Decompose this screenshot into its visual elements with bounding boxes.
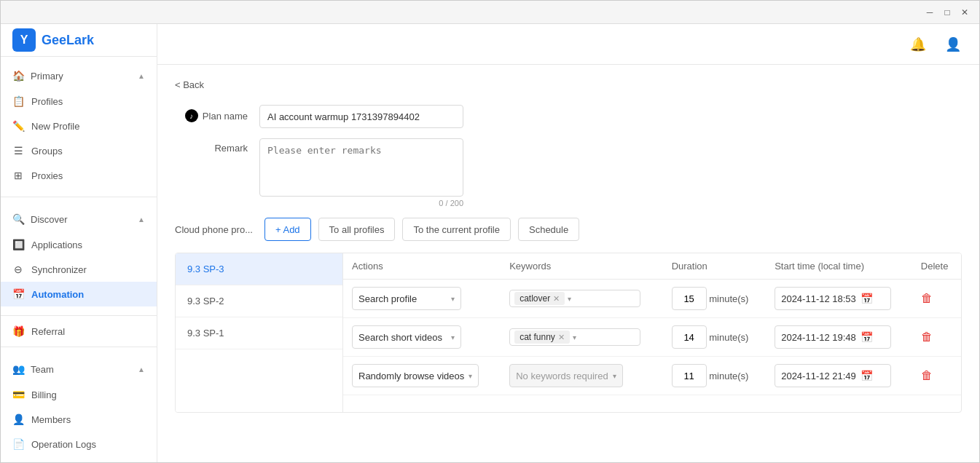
user-button[interactable]: 👤 bbox=[941, 33, 965, 56]
row3-delete-cell: 🗑 bbox=[912, 357, 961, 395]
nav-divider-2 bbox=[1, 315, 157, 316]
sidebar-item-proxies[interactable]: ⊞ Proxies bbox=[1, 163, 157, 188]
team-chevron: ▲ bbox=[138, 365, 145, 373]
row1-keyword-chevron: ▾ bbox=[568, 295, 571, 303]
row3-calendar-icon[interactable]: 📅 bbox=[861, 370, 873, 381]
logo-icon: Y bbox=[12, 28, 36, 52]
col-keywords: Keywords bbox=[501, 253, 662, 280]
sidebar-item-groups[interactable]: ☰ Groups bbox=[1, 138, 157, 163]
row1-keyword-wrap[interactable]: catlover ✕ ▾ bbox=[509, 290, 640, 307]
row1-action-value: Search profile bbox=[358, 293, 417, 304]
row3-action-cell: Randomly browse videos ▾ bbox=[343, 357, 501, 395]
row1-action-chevron: ▾ bbox=[451, 295, 455, 303]
row3-keyword-value: No keywords required bbox=[516, 371, 608, 381]
sidebar: Y GeeLark 🏠 Primary ▲ 📋 Profiles ✏️ New … bbox=[1, 24, 157, 462]
schedule-button[interactable]: Schedule bbox=[518, 218, 579, 241]
minimize-button[interactable]: ─ bbox=[924, 7, 936, 18]
row3-duration-input[interactable] bbox=[672, 364, 707, 387]
row1-duration-input[interactable] bbox=[672, 287, 707, 310]
row2-calendar-icon[interactable]: 📅 bbox=[861, 331, 873, 343]
row1-delete-button[interactable]: 🗑 bbox=[921, 292, 933, 305]
remark-label: Remark bbox=[175, 138, 248, 154]
main-content: 🔔 👤 < Back ♪ Plan name bbox=[157, 24, 979, 462]
to-current-profile-button[interactable]: To the current profile bbox=[402, 218, 511, 241]
automation-label: Automation bbox=[31, 289, 84, 300]
to-current-profile-label: To the current profile bbox=[413, 224, 500, 235]
notification-button[interactable]: 🔔 bbox=[906, 33, 930, 56]
row1-datetime-input[interactable]: 2024-11-12 18:53 📅 bbox=[775, 287, 891, 310]
sidebar-discover-header[interactable]: 🔍 Discover ▲ bbox=[1, 206, 157, 232]
user-icon: 👤 bbox=[945, 36, 961, 52]
sidebar-item-billing[interactable]: 💳 Billing bbox=[1, 382, 157, 407]
sidebar-team-header[interactable]: 👥 Team ▲ bbox=[1, 356, 157, 382]
row1-keyword-remove[interactable]: ✕ bbox=[553, 294, 560, 304]
profile-item-sp1[interactable]: 9.3 SP-1 bbox=[176, 317, 342, 349]
proxies-icon: ⊞ bbox=[12, 170, 24, 181]
row3-action-select[interactable]: Randomly browse videos ▾ bbox=[352, 364, 479, 387]
row1-action-select[interactable]: Search profile ▾ bbox=[352, 287, 461, 310]
profile-item-sp3[interactable]: 9.3 SP-3 bbox=[176, 253, 342, 285]
sidebar-item-synchronizer[interactable]: ⊖ Synchronizer bbox=[1, 257, 157, 282]
row2-keyword-remove[interactable]: ✕ bbox=[558, 333, 565, 342]
nav-primary: 🏠 Primary ▲ 📋 Profiles ✏️ New Profile ☰ … bbox=[1, 57, 157, 194]
groups-label: Groups bbox=[31, 146, 63, 157]
row2-datetime-input[interactable]: 2024-11-12 19:48 📅 bbox=[775, 325, 891, 349]
sidebar-item-profiles[interactable]: 📋 Profiles bbox=[1, 89, 157, 114]
referral-label: Referral bbox=[31, 326, 65, 337]
table-header: Actions Keywords Duration Start time (lo… bbox=[343, 253, 961, 280]
row2-keyword-cell: cat funny ✕ ▾ bbox=[501, 318, 662, 357]
remark-textarea[interactable] bbox=[259, 138, 463, 197]
row1-keyword-tag: catlover ✕ bbox=[514, 292, 565, 305]
billing-label: Billing bbox=[31, 389, 57, 400]
content-area: < Back ♪ Plan name Remark bbox=[157, 65, 979, 462]
add-button[interactable]: + Add bbox=[264, 218, 311, 241]
discover-label: Discover bbox=[31, 214, 68, 225]
row2-keyword-tag: cat funny ✕ bbox=[514, 331, 570, 344]
row3-action-chevron: ▾ bbox=[469, 372, 472, 380]
to-all-profiles-label: To all profiles bbox=[329, 224, 385, 235]
row3-datetime-input[interactable]: 2024-11-12 21:49 📅 bbox=[775, 364, 891, 387]
row1-start-time-cell: 2024-11-12 18:53 📅 bbox=[766, 280, 912, 318]
row2-duration-input[interactable] bbox=[672, 325, 707, 349]
row1-datetime-value: 2024-11-12 18:53 bbox=[781, 293, 856, 304]
header-bar: 🔔 👤 bbox=[157, 24, 979, 65]
applications-icon: 🔲 bbox=[12, 239, 24, 250]
nav-divider-3 bbox=[1, 347, 157, 347]
remark-row: Remark 0 / 200 bbox=[175, 138, 962, 207]
row2-datetime-value: 2024-11-12 19:48 bbox=[781, 332, 856, 343]
operation-logs-label: Operation Logs bbox=[31, 439, 96, 450]
row2-action-select[interactable]: Search short videos ▾ bbox=[352, 325, 461, 349]
row2-keyword-wrap[interactable]: cat funny ✕ ▾ bbox=[509, 328, 640, 346]
tiktok-icon: ♪ bbox=[185, 109, 198, 122]
referral-icon: 🎁 bbox=[12, 325, 24, 337]
schedule-label: Schedule bbox=[529, 224, 568, 235]
sidebar-item-referral[interactable]: 🎁 Referral bbox=[1, 319, 157, 344]
row3-keyword-chevron: ▾ bbox=[613, 372, 616, 380]
notification-icon: 🔔 bbox=[910, 36, 926, 52]
row2-delete-button[interactable]: 🗑 bbox=[921, 331, 933, 344]
row3-datetime-value: 2024-11-12 21:49 bbox=[781, 371, 856, 381]
plan-name-input[interactable] bbox=[259, 105, 463, 128]
sidebar-item-operation-logs[interactable]: 📄 Operation Logs bbox=[1, 432, 157, 456]
nav-discover: 🔍 Discover ▲ 🔲 Applications ⊖ Synchroniz… bbox=[1, 200, 157, 312]
sidebar-primary-header[interactable]: 🏠 Primary ▲ bbox=[1, 63, 157, 89]
back-link[interactable]: < Back bbox=[175, 79, 962, 90]
col-delete: Delete bbox=[912, 253, 961, 280]
profile-item-sp2[interactable]: 9.3 SP-2 bbox=[176, 285, 342, 317]
proxies-label: Proxies bbox=[31, 170, 63, 181]
to-all-profiles-button[interactable]: To all profiles bbox=[318, 218, 396, 241]
logo-text: GeeLark bbox=[42, 33, 94, 48]
maximize-button[interactable]: □ bbox=[941, 7, 953, 18]
row1-calendar-icon[interactable]: 📅 bbox=[861, 293, 873, 304]
sidebar-item-new-profile[interactable]: ✏️ New Profile bbox=[1, 114, 157, 138]
sidebar-item-members[interactable]: 👤 Members bbox=[1, 407, 157, 432]
team-label: Team bbox=[31, 364, 54, 375]
sidebar-item-applications[interactable]: 🔲 Applications bbox=[1, 232, 157, 257]
new-profile-icon: ✏️ bbox=[12, 120, 24, 132]
close-button[interactable]: ✕ bbox=[959, 7, 971, 18]
sidebar-item-automation[interactable]: 📅 Automation bbox=[1, 282, 157, 306]
synchronizer-icon: ⊖ bbox=[12, 264, 24, 275]
row3-delete-button[interactable]: 🗑 bbox=[921, 369, 933, 382]
window-controls[interactable]: ─ □ ✕ bbox=[924, 7, 971, 18]
members-icon: 👤 bbox=[12, 413, 24, 425]
